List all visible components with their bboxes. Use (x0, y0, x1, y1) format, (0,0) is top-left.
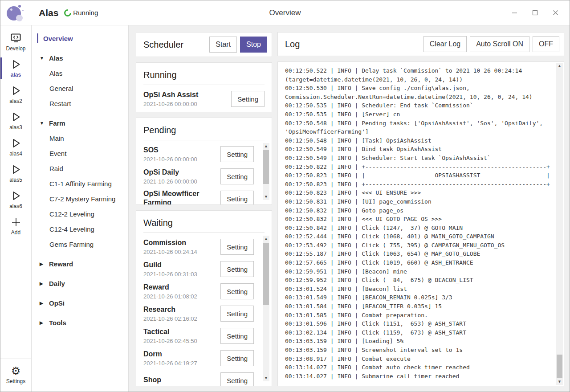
pending-scrollbar[interactable]: ▲ ▼ (263, 143, 269, 200)
nav-item[interactable]: Overview (32, 31, 128, 46)
log-line: 00:12:50.535 | INFO | Scheduler: End tas… (285, 101, 552, 110)
pending-heading: Pending (143, 122, 265, 140)
nav-item-label: Restart (49, 100, 71, 107)
nav-item-label: Main (49, 135, 64, 142)
task-row: Shop Setting (143, 369, 254, 386)
log-line: 00:12:50.823 | INFO | <<< UI ENSURE >>> (285, 188, 552, 197)
nav-item[interactable]: C1-1 Affinity Farming (32, 176, 128, 191)
nav-item[interactable]: C7-2 Mystery Farming (32, 191, 128, 206)
nav-item-label: Raid (49, 165, 63, 172)
task-setting-button[interactable]: Setting (220, 328, 254, 344)
rail-item-instance[interactable]: alas6 (0, 187, 31, 212)
log-scrollbar[interactable]: ▲ ▼ (556, 63, 563, 385)
nav-item[interactable]: Event (32, 146, 128, 161)
nav-item[interactable]: ▶ Reward (32, 256, 128, 271)
nav-item[interactable]: Restart (32, 96, 128, 111)
waiting-task-list: Commission 2021-10-26 00:24:14 Setting G… (143, 233, 265, 386)
scroll-up-icon[interactable]: ▲ (263, 143, 269, 149)
scroll-down-icon[interactable]: ▼ (263, 194, 269, 200)
task-setting-button[interactable]: Setting (220, 168, 254, 184)
log-line: 00:12:50.832 | INFO | <<< UI GOTO PAGE_O… (285, 215, 552, 224)
task-info: OpSi Meowfficer Farming (143, 189, 220, 205)
scheduler-status: Running (64, 9, 98, 16)
nav-arrow-icon: ▶ (40, 320, 49, 325)
task-setting-button[interactable]: Setting (220, 350, 254, 366)
task-row: Research 2021-10-26 02:16:02 Setting (143, 302, 254, 325)
log-panel-header: Log Clear Log Auto Scroll ON OFF (277, 32, 564, 56)
log-line: Commission.Scheduler.NextRun=datetime.da… (285, 93, 552, 102)
log-line: 00:12:50.831 | INFO | [UI] page_commissi… (285, 197, 552, 206)
scheduler-title: Scheduler (143, 40, 183, 50)
rail-item-develop[interactable]: Develop (0, 29, 31, 55)
autoscroll-on-button[interactable]: Auto Scroll ON (470, 36, 529, 52)
scheduler-column: Scheduler Start Stop Running OpSi Ash As (136, 32, 272, 386)
app-logo (6, 4, 24, 22)
log-line: (target=datetime.datetime(2021, 10, 26, … (285, 75, 552, 84)
minimize-button[interactable] (511, 9, 518, 16)
rail-item-instance[interactable]: alas4 (0, 134, 31, 160)
scroll-up-icon[interactable]: ▲ (556, 63, 563, 69)
task-setting-button[interactable]: Setting (220, 146, 254, 162)
task-name: Research (143, 305, 220, 314)
scroll-down-icon[interactable]: ▼ (556, 379, 563, 385)
start-button[interactable]: Start (209, 37, 237, 53)
task-setting-button[interactable]: Setting (220, 372, 254, 386)
task-time: 2021-10-26 00:00:00 (143, 178, 220, 185)
waiting-scrollbar[interactable]: ▲ ▼ (263, 236, 269, 381)
nav-arrow-icon: ▼ (40, 121, 49, 126)
scrollbar-thumb[interactable] (263, 243, 269, 305)
nav-item[interactable]: Main (32, 131, 128, 146)
autoscroll-off-button[interactable]: OFF (533, 36, 559, 52)
nav-item-label: Tools (49, 319, 66, 327)
scroll-down-icon[interactable]: ▼ (263, 375, 269, 381)
task-setting-button[interactable]: Setting (220, 283, 254, 299)
rail-bottom: ⚙ Settings (0, 359, 31, 392)
nav-item[interactable]: C12-4 Leveling (32, 221, 128, 237)
task-name: OpSi Daily (143, 168, 220, 177)
nav-item[interactable]: ▼ Farm (32, 115, 128, 131)
nav-item[interactable]: General (32, 81, 128, 96)
rail-item-label: alas (11, 72, 21, 78)
nav-item-label: Daily (49, 280, 65, 287)
nav-item[interactable]: ▼ Alas (32, 50, 128, 65)
scrollbar-thumb[interactable] (557, 355, 562, 378)
nav-item[interactable]: Gems Farming (32, 237, 128, 252)
rail-item-settings[interactable]: ⚙ Settings (0, 362, 31, 388)
nav-item-label: C12-2 Leveling (49, 210, 94, 218)
close-button[interactable] (552, 9, 559, 16)
task-setting-button[interactable]: Setting (220, 306, 254, 322)
log-line: 00:13:01.596 | INFO | Click (1151, 653) … (285, 319, 552, 328)
nav-item[interactable]: C12-2 Leveling (32, 206, 128, 221)
log-line: 00:12:50.548 | INFO | Pending tasks: ['O… (285, 119, 552, 128)
log-title: Log (285, 39, 300, 49)
clear-log-button[interactable]: Clear Log (423, 36, 467, 52)
log-line: 00:13:01.549 | INFO | [BEACON_REMAIN 0.0… (285, 293, 552, 302)
task-setting-button[interactable]: Setting (220, 191, 254, 204)
log-line: 00:13:01.524 | INFO | [Beacon] list (285, 285, 552, 294)
nav-item-label: General (49, 85, 73, 92)
nav-item[interactable]: ▶ OpSi (32, 295, 128, 310)
rail-item-instance[interactable]: alas (0, 55, 31, 81)
config-nav: Overview ▼ Alas Alas General (32, 25, 129, 392)
logo-highlight-small (10, 8, 12, 11)
task-setting-button[interactable]: Setting (231, 91, 265, 107)
maximize-button[interactable] (531, 9, 538, 16)
rail-item-instance[interactable]: alas2 (0, 82, 31, 107)
nav-item[interactable]: ▶ Tools (32, 315, 128, 330)
status-text: Running (73, 9, 98, 16)
nav-item[interactable]: ▶ Daily (32, 276, 128, 291)
nav-item[interactable]: Raid (32, 161, 128, 176)
stop-button[interactable]: Stop (240, 37, 267, 53)
task-time: 2021-10-26 00:00:00 (143, 156, 220, 163)
titlebar: Alas Running Overview (0, 0, 570, 25)
scroll-up-icon[interactable]: ▲ (263, 236, 269, 242)
task-time: 2021-10-26 04:19:27 (143, 360, 220, 367)
task-setting-button[interactable]: Setting (220, 261, 254, 277)
nav-item[interactable]: Alas (32, 65, 128, 81)
task-setting-button[interactable]: Setting (220, 239, 254, 255)
page-title: Overview (269, 8, 301, 17)
scrollbar-thumb[interactable] (263, 150, 269, 184)
rail-item-instance[interactable]: alas3 (0, 108, 31, 134)
rail-item-instance[interactable]: alas5 (0, 160, 31, 186)
rail-item-add[interactable]: Add (0, 213, 31, 239)
